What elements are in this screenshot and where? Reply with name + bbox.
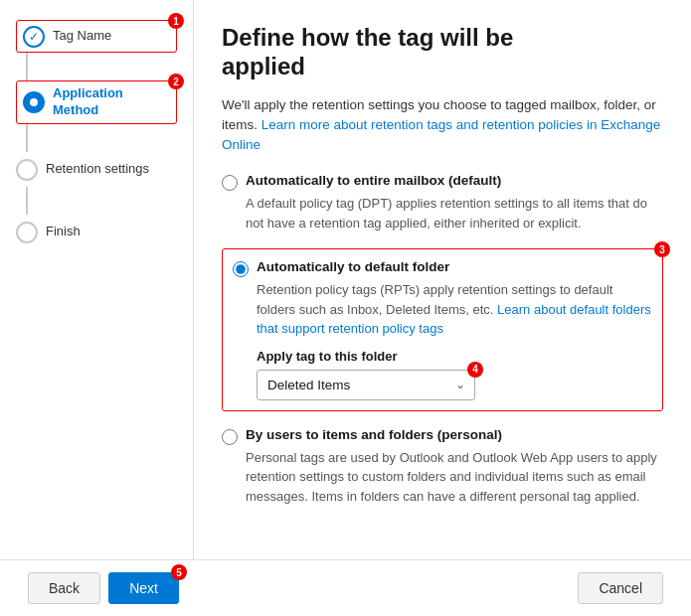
option-personal: By users to items and folders (personal)… xyxy=(222,427,663,507)
step-circle-2 xyxy=(23,91,45,113)
badge-5: 5 xyxy=(171,564,187,580)
next-button-wrap: Next 5 xyxy=(108,572,179,604)
sidebar-step-tag-name: ✓ Tag Name 1 xyxy=(16,20,177,53)
badge-3: 3 xyxy=(654,241,670,257)
sidebar-label-application-method: Application Method xyxy=(53,85,170,119)
sidebar-step-application-method: Application Method 2 xyxy=(16,80,177,124)
radio-default-folder[interactable] xyxy=(233,261,249,277)
sidebar-label-retention: Retention settings xyxy=(46,161,149,178)
step-circle-1: ✓ xyxy=(23,26,45,48)
folder-section: Apply tag to this folder Deleted Items ⌄… xyxy=(257,349,652,400)
next-button[interactable]: Next xyxy=(108,572,179,604)
option-title-default-folder[interactable]: Automatically to default folder xyxy=(257,259,449,274)
content-area: Define how the tag will be applied We'll… xyxy=(194,0,691,559)
sidebar: ✓ Tag Name 1 Application Method 2 xyxy=(0,0,194,559)
description-link[interactable]: Learn more about retention tags and rete… xyxy=(222,117,660,152)
option-title-personal[interactable]: By users to items and folders (personal) xyxy=(246,427,502,442)
line-connector-1 xyxy=(26,53,28,80)
sidebar-step-retention: Retention settings xyxy=(16,152,177,187)
folder-section-label: Apply tag to this folder xyxy=(257,349,652,364)
option-desc-entire-mailbox: A default policy tag (DPT) applies reten… xyxy=(246,194,663,232)
folder-dropdown-wrap: Deleted Items ⌄ 4 xyxy=(257,370,475,400)
option-default-folder: Automatically to default folder Retentio… xyxy=(233,259,652,339)
line-connector-3 xyxy=(26,187,28,215)
back-button[interactable]: Back xyxy=(28,572,100,604)
badge-4: 4 xyxy=(467,362,483,378)
main-container: ✓ Tag Name 1 Application Method 2 xyxy=(0,0,691,559)
radio-personal[interactable] xyxy=(222,429,238,445)
option-desc-personal: Personal tags are used by Outlook and Ou… xyxy=(246,448,663,507)
sidebar-label-finish: Finish xyxy=(46,224,81,240)
badge-1: 1 xyxy=(168,13,184,29)
option-desc-default-folder: Retention policy tags (RPTs) apply reten… xyxy=(257,280,652,339)
option-title-entire-mailbox[interactable]: Automatically to entire mailbox (default… xyxy=(246,173,501,188)
folder-dropdown[interactable]: Deleted Items xyxy=(257,370,475,400)
step-circle-3 xyxy=(16,159,38,181)
sidebar-label-tag-name: Tag Name xyxy=(53,28,111,45)
option-entire-mailbox: Automatically to entire mailbox (default… xyxy=(222,173,663,232)
option-default-folder-box: Automatically to default folder Retentio… xyxy=(222,248,663,411)
footer: Back Next 5 Cancel xyxy=(0,559,691,616)
page-title: Define how the tag will be applied xyxy=(222,24,663,81)
cancel-button[interactable]: Cancel xyxy=(578,572,663,604)
sidebar-step-finish: Finish xyxy=(16,215,177,249)
step-circle-4 xyxy=(16,222,38,243)
line-connector-2 xyxy=(26,124,28,152)
badge-2: 2 xyxy=(168,74,184,89)
description: We'll apply the retention settings you c… xyxy=(222,95,663,156)
radio-entire-mailbox[interactable] xyxy=(222,175,238,191)
